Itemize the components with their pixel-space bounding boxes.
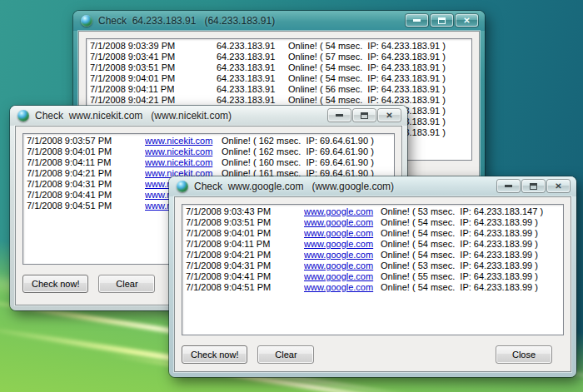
result-host-link[interactable]: www.google.com — [304, 217, 381, 228]
result-time: 7/1/2008 9:03:39 PM — [90, 41, 217, 52]
result-status: Online! ( 54 msec. IP: 64.233.183.99 ) — [381, 217, 563, 228]
result-host: 64.233.183.91 — [217, 41, 288, 52]
result-row: 7/1/2008 9:03:51 PM www.google.com Onlin… — [186, 217, 563, 228]
check-now-button[interactable]: Check now! — [182, 345, 247, 364]
result-status: Online! ( 54 msec. IP: 64.233.183.91 ) — [288, 41, 471, 52]
minimize-icon — [413, 19, 421, 22]
clear-button[interactable]: Clear — [98, 275, 155, 293]
result-row: 7/1/2008 9:04:41 PM www.google.com Onlin… — [186, 271, 563, 282]
result-status: Online! ( 162 msec. IP: 69.64.61.90 ) — [222, 146, 394, 157]
result-status: Online! ( 162 msec. IP: 69.64.61.90 ) — [222, 136, 394, 146]
result-row: 7/1/2008 9:03:43 PM www.google.com Onlin… — [186, 206, 563, 217]
result-status: Online! ( 54 msec. IP: 64.233.183.91 ) — [288, 73, 471, 84]
result-host-link[interactable]: www.google.com — [304, 271, 381, 282]
maximize-button[interactable] — [431, 14, 453, 27]
maximize-icon — [438, 17, 446, 24]
close-button[interactable]: ✕ — [378, 109, 401, 122]
result-host-link[interactable]: www.google.com — [304, 206, 381, 217]
result-status: Online! ( 53 msec. IP: 64.233.183.147 ) — [381, 206, 563, 217]
result-status: Online! ( 57 msec. IP: 64.233.183.91 ) — [288, 52, 471, 62]
maximize-icon — [361, 112, 368, 119]
minimize-icon — [505, 185, 512, 187]
caption-buttons: ✕ — [328, 109, 401, 122]
close-icon: ✕ — [463, 17, 470, 25]
maximize-button[interactable] — [522, 180, 545, 192]
close-action-button[interactable]: Close — [496, 345, 552, 364]
result-time: 7/1/2008 9:04:01 PM — [90, 73, 217, 84]
result-time: 7/1/2008 9:04:01 PM — [27, 146, 145, 157]
minimize-button[interactable] — [406, 14, 428, 27]
maximize-icon — [530, 183, 537, 190]
result-row: 7/1/2008 9:04:31 PM www.google.com Onlin… — [186, 261, 563, 271]
result-status: Online! ( 54 msec. IP: 64.233.183.91 ) — [288, 95, 471, 106]
result-time: 7/1/2008 9:04:11 PM — [186, 239, 304, 250]
result-row: 7/1/2008 9:04:51 PM www.google.com Onlin… — [186, 282, 563, 293]
clear-button[interactable]: Clear — [257, 345, 314, 364]
maximize-button[interactable] — [353, 109, 376, 122]
minimize-button[interactable] — [328, 109, 351, 122]
result-status: Online! ( 55 msec. IP: 64.233.183.99 ) — [381, 271, 563, 282]
result-row: 7/1/2008 9:03:57 PM www.nicekit.com Onli… — [27, 136, 394, 146]
titlebar[interactable]: Check www.google.com (www.google.com) ✕ — [169, 176, 576, 196]
window-title: Check 64.233.183.91 (64.233.183.91) — [98, 15, 275, 27]
titlebar[interactable]: Check 64.233.183.91 (64.233.183.91) ✕ — [73, 11, 485, 31]
result-row: 7/1/2008 9:03:39 PM 64.233.183.91 Online… — [90, 41, 471, 52]
result-time: 7/1/2008 9:04:51 PM — [27, 201, 145, 211]
result-status: Online! ( 54 msec. IP: 64.233.183.99 ) — [381, 282, 563, 293]
result-host-link[interactable]: www.google.com — [304, 282, 381, 293]
result-row: 7/1/2008 9:04:11 PM 64.233.183.91 Online… — [90, 84, 471, 95]
globe-app-icon — [17, 110, 29, 122]
result-row: 7/1/2008 9:04:11 PM www.nicekit.com Onli… — [27, 157, 394, 168]
caption-buttons: ✕ — [497, 180, 570, 192]
result-host: 64.233.183.91 — [217, 73, 288, 84]
window-title: Check www.google.com (www.google.com) — [194, 181, 394, 192]
close-icon: ✕ — [555, 182, 561, 191]
minimize-button[interactable] — [497, 180, 520, 192]
result-status: Online! ( 53 msec. IP: 64.233.183.99 ) — [381, 261, 563, 271]
result-host-link[interactable]: www.nicekit.com — [145, 157, 222, 168]
result-host-link[interactable]: www.nicekit.com — [145, 136, 222, 146]
result-time: 7/1/2008 9:04:51 PM — [186, 282, 304, 293]
result-time: 7/1/2008 9:03:41 PM — [90, 52, 217, 62]
result-time: 7/1/2008 9:04:21 PM — [186, 250, 304, 261]
result-host-link[interactable]: www.google.com — [304, 250, 381, 261]
result-status: Online! ( 54 msec. IP: 64.233.183.99 ) — [381, 239, 563, 250]
result-status: Online! ( 54 msec. IP: 64.233.183.99 ) — [381, 250, 563, 261]
result-host-link[interactable]: www.nicekit.com — [145, 146, 222, 157]
titlebar[interactable]: Check www.nicekit.com (www.nicekit.com) … — [10, 106, 407, 126]
result-time: 7/1/2008 9:04:41 PM — [27, 190, 145, 201]
result-host-link[interactable]: www.google.com — [304, 261, 381, 271]
result-time: 7/1/2008 9:04:21 PM — [90, 95, 217, 106]
result-time: 7/1/2008 9:04:01 PM — [186, 228, 304, 239]
globe-app-icon — [177, 181, 188, 192]
globe-app-icon — [81, 15, 92, 27]
results-listbox: 7/1/2008 9:03:43 PM www.google.com Onlin… — [182, 204, 564, 335]
result-status: Online! ( 56 msec. IP: 64.233.183.91 ) — [288, 84, 471, 95]
result-host: 64.233.183.91 — [217, 62, 288, 73]
result-time: 7/1/2008 9:04:31 PM — [27, 179, 145, 190]
close-button[interactable]: ✕ — [456, 14, 478, 27]
result-time: 7/1/2008 9:04:21 PM — [27, 168, 145, 179]
result-time: 7/1/2008 9:04:41 PM — [186, 271, 304, 282]
caption-buttons: ✕ — [406, 14, 478, 27]
result-time: 7/1/2008 9:03:57 PM — [27, 136, 145, 146]
result-host-link[interactable]: www.google.com — [304, 239, 381, 250]
result-time: 7/1/2008 9:03:51 PM — [90, 62, 217, 73]
result-row: 7/1/2008 9:04:21 PM 64.233.183.91 Online… — [90, 95, 471, 106]
result-host: 64.233.183.91 — [217, 84, 288, 95]
result-status: Online! ( 54 msec. IP: 64.233.183.99 ) — [381, 228, 563, 239]
result-status: Online! ( 160 msec. IP: 69.64.61.90 ) — [222, 157, 394, 168]
window-title: Check www.nicekit.com (www.nicekit.com) — [35, 110, 232, 122]
result-row: 7/1/2008 9:03:41 PM 64.233.183.91 Online… — [90, 52, 471, 62]
close-button[interactable]: ✕ — [547, 180, 570, 192]
result-status: Online! ( 54 msec. IP: 64.233.183.91 ) — [288, 62, 471, 73]
result-row: 7/1/2008 9:04:11 PM www.google.com Onlin… — [186, 239, 563, 250]
check-now-button[interactable]: Check now! — [22, 275, 88, 293]
result-row: 7/1/2008 9:04:01 PM 64.233.183.91 Online… — [90, 73, 471, 84]
result-row: 7/1/2008 9:04:01 PM www.nicekit.com Onli… — [27, 146, 394, 157]
close-icon: ✕ — [386, 112, 392, 120]
result-time: 7/1/2008 9:04:31 PM — [186, 261, 304, 271]
desktop-background: Check 64.233.183.91 (64.233.183.91) ✕ 7/… — [0, 0, 583, 392]
result-row: 7/1/2008 9:04:01 PM www.google.com Onlin… — [186, 228, 563, 239]
result-host-link[interactable]: www.google.com — [304, 228, 381, 239]
